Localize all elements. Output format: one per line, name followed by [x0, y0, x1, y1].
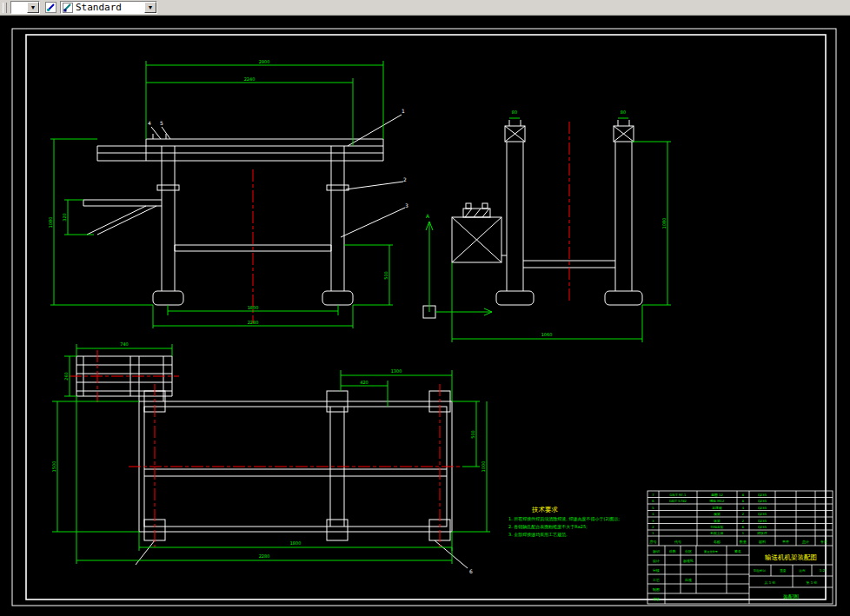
- front-view: [83, 115, 405, 305]
- notes-heading: 技术要求: [531, 506, 559, 513]
- dimension-label: 2280: [259, 553, 270, 559]
- bom-header-cell: 总计: [801, 540, 809, 544]
- title-block-text: 批准: [685, 578, 692, 582]
- title-block-text: 处数: [669, 549, 676, 553]
- bom-cell: 4: [652, 512, 654, 516]
- balloon-label: 4: [148, 120, 151, 126]
- bom-header-cell: 数量: [740, 540, 747, 544]
- style-value: Standard: [76, 2, 122, 13]
- bom-cell: 2: [742, 519, 745, 523]
- toolbar: ▼ Standard ▼: [0, 0, 850, 16]
- title-block-text: 分区: [685, 549, 692, 553]
- dimension-label: A: [426, 213, 430, 219]
- dimension-label: 2240: [244, 76, 256, 82]
- dimension-label: 500: [383, 271, 388, 280]
- bom-cell: 1: [742, 531, 745, 535]
- side-view: [423, 120, 642, 318]
- bom-header-cell: 名称: [714, 540, 721, 544]
- title-block-text: 阶段标记: [754, 568, 766, 573]
- style-combo[interactable]: Standard ▼: [60, 1, 157, 14]
- title-block-text: 输送机机架装配图: [765, 553, 817, 561]
- bom-cell: GB/T 5782: [669, 499, 687, 503]
- title-block-text: 装配图: [783, 593, 799, 600]
- dimension-label: 500: [470, 430, 475, 439]
- dimensions: [50, 61, 671, 564]
- bom-cell: 6: [652, 499, 654, 503]
- title-block-text: 第 1 张: [806, 580, 817, 585]
- bom-cell: 2: [652, 525, 654, 529]
- balloon-label: 6: [469, 568, 473, 574]
- dimension-label: 1800: [290, 540, 302, 546]
- bom-cell: 机架主体: [709, 531, 723, 535]
- title-block-text: 更改文件号: [704, 550, 719, 553]
- bom-cell: 托辊支架: [710, 525, 723, 529]
- bom-header-cell: 代号: [674, 540, 681, 544]
- dimension-label: 1060: [541, 332, 553, 337]
- chevron-down-icon[interactable]: ▼: [144, 2, 156, 13]
- dimension-label: 320: [62, 213, 67, 222]
- bom-cell: 4: [742, 506, 745, 510]
- dimension-label: 1080: [48, 217, 53, 229]
- title-block-text: 重量: [780, 568, 787, 573]
- dimension-label: 1300: [391, 368, 402, 374]
- notes-line: 2. 各销轴孔配合表面粗糙度不大于Ra25;: [508, 524, 588, 530]
- bom-header-cell: 备注: [820, 540, 827, 544]
- title-block-text: 标记: [653, 549, 660, 554]
- dimension-label: 1080: [661, 218, 667, 229]
- title-block-text: 制图: [653, 587, 660, 593]
- toolbar-grip[interactable]: [3, 3, 7, 13]
- notes-line: 3. 全部焊接缝均采用工艺规范.: [508, 532, 568, 538]
- dimension-label: 2900: [259, 59, 270, 64]
- title-block-text: 工艺: [653, 578, 660, 582]
- balloon-label: 2: [403, 176, 407, 182]
- text-style-icon[interactable]: [43, 2, 57, 14]
- title-block-text: 标准化: [683, 559, 694, 564]
- bom-header-cell: 序号: [650, 540, 657, 544]
- drawing-canvas[interactable]: 29002240108032050018002280108010608080A7…: [0, 16, 850, 616]
- bom-cell: 6: [742, 525, 745, 529]
- bom-cell: 3: [652, 519, 654, 523]
- bom-cell: 纵梁: [714, 519, 721, 523]
- title-block-text: 签名: [734, 549, 741, 553]
- title-block-text: 比例: [800, 569, 806, 573]
- dimension-label: 1000: [481, 461, 486, 473]
- bom-cell: 8: [742, 499, 745, 503]
- chevron-down-icon[interactable]: ▼: [27, 2, 39, 13]
- bom-cell: 横梁: [714, 512, 721, 516]
- dimension-label: 260: [63, 372, 69, 381]
- standard-style-icon: [63, 3, 73, 13]
- bom-cell: Q235: [758, 506, 767, 510]
- bom-cell: 2: [742, 512, 745, 516]
- bom-cell: 支撑腿: [712, 506, 722, 510]
- paint-icon: [45, 2, 56, 13]
- title-block-text: 1:2: [820, 568, 826, 573]
- cad-window: ▼ Standard ▼: [0, 0, 850, 616]
- dimension-label: 740: [120, 341, 129, 347]
- bom-cell: 垫圈 12: [711, 493, 723, 497]
- bom-header-cell: 材料: [758, 540, 766, 545]
- bom-cell: Q235: [758, 499, 767, 503]
- title-block-text: 审核: [653, 568, 660, 573]
- dimension-label: 80: [512, 109, 517, 115]
- balloon-label: 5: [160, 120, 163, 126]
- title-block: [647, 491, 833, 604]
- title-block-text: 描校: [653, 597, 660, 601]
- bom-cell: 螺栓 M12: [710, 499, 725, 503]
- bom-cell: Q235: [758, 493, 767, 497]
- bom-cell: 7: [652, 493, 654, 497]
- bom-cell: Q235: [758, 525, 767, 529]
- dimension-label: 420: [360, 380, 369, 385]
- bom-cell: Q235: [758, 512, 767, 516]
- sheet-frame: [12, 29, 836, 606]
- title-block-text: 设计: [653, 559, 660, 563]
- plan-view: [76, 356, 468, 568]
- layer-combo[interactable]: ▼: [10, 1, 40, 14]
- bom-cell: Q235: [758, 519, 767, 523]
- dimension-label: 2280: [248, 320, 259, 325]
- bom-cell: GB/T 97.1: [670, 493, 687, 497]
- bom-cell: 1: [652, 531, 654, 535]
- dimension-label: 1500: [51, 461, 56, 473]
- notes-line: 1. 所有焊接件焊后须清除焊渣, 焊缝高度不得小于(2)图示;: [508, 516, 621, 522]
- dimension-label: 80: [621, 109, 626, 115]
- drawing: 29002240108032050018002280108010608080A7…: [0, 16, 850, 616]
